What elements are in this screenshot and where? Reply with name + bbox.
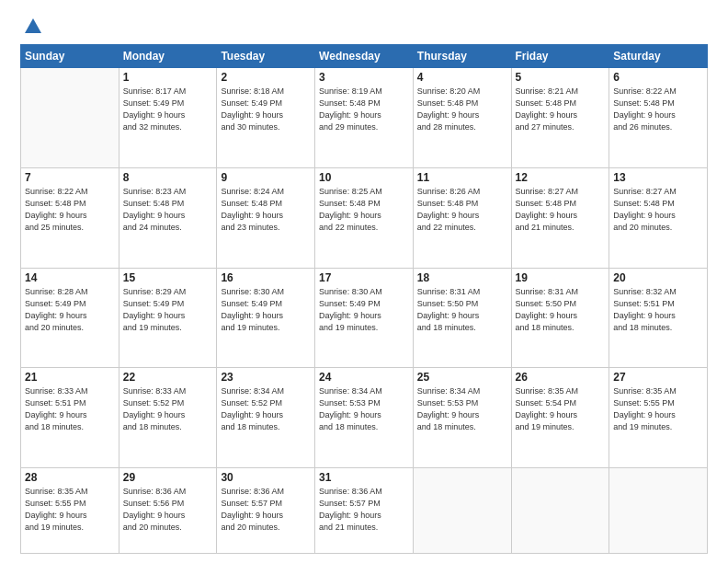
table-row: 12Sunrise: 8:27 AMSunset: 5:48 PMDayligh… [511, 167, 609, 268]
day-number: 2 [221, 71, 311, 84]
day-info: Sunrise: 8:26 AMSunset: 5:48 PMDaylight:… [417, 186, 507, 234]
table-row: 25Sunrise: 8:34 AMSunset: 5:53 PMDayligh… [413, 368, 511, 468]
header [20, 17, 708, 37]
day-info: Sunrise: 8:35 AMSunset: 5:55 PMDaylight:… [613, 385, 703, 433]
day-info: Sunrise: 8:22 AMSunset: 5:48 PMDaylight:… [613, 86, 703, 133]
col-sunday: Sunday [21, 45, 119, 68]
table-row: 13Sunrise: 8:27 AMSunset: 5:48 PMDayligh… [609, 167, 708, 268]
col-wednesday: Wednesday [315, 45, 414, 68]
day-info: Sunrise: 8:32 AMSunset: 5:51 PMDaylight:… [613, 286, 703, 334]
day-number: 31 [319, 471, 409, 484]
table-row: 17Sunrise: 8:30 AMSunset: 5:49 PMDayligh… [315, 268, 414, 368]
day-info: Sunrise: 8:31 AMSunset: 5:50 PMDaylight:… [516, 286, 606, 334]
table-row: 24Sunrise: 8:34 AMSunset: 5:53 PMDayligh… [315, 368, 414, 468]
calendar-header-row: Sunday Monday Tuesday Wednesday Thursday… [21, 45, 708, 68]
day-number: 8 [123, 171, 213, 184]
day-number: 5 [516, 71, 606, 84]
day-info: Sunrise: 8:34 AMSunset: 5:53 PMDaylight:… [417, 385, 507, 433]
table-row: 14Sunrise: 8:28 AMSunset: 5:49 PMDayligh… [21, 268, 119, 368]
day-number: 13 [613, 171, 703, 184]
col-monday: Monday [119, 45, 217, 68]
day-number: 27 [613, 371, 703, 384]
day-number: 19 [516, 271, 606, 284]
table-row: 6Sunrise: 8:22 AMSunset: 5:48 PMDaylight… [609, 68, 708, 168]
day-number: 29 [123, 471, 213, 484]
table-row: 1Sunrise: 8:17 AMSunset: 5:49 PMDaylight… [119, 68, 217, 168]
day-info: Sunrise: 8:21 AMSunset: 5:48 PMDaylight:… [516, 86, 606, 133]
day-number: 28 [25, 471, 115, 484]
table-row: 16Sunrise: 8:30 AMSunset: 5:49 PMDayligh… [217, 268, 315, 368]
day-info: Sunrise: 8:27 AMSunset: 5:48 PMDaylight:… [516, 186, 606, 234]
day-info: Sunrise: 8:35 AMSunset: 5:55 PMDaylight:… [25, 486, 115, 534]
table-row: 8Sunrise: 8:23 AMSunset: 5:48 PMDaylight… [119, 167, 217, 268]
table-row: 10Sunrise: 8:25 AMSunset: 5:48 PMDayligh… [315, 167, 414, 268]
day-info: Sunrise: 8:34 AMSunset: 5:52 PMDaylight:… [221, 385, 311, 433]
day-number: 26 [516, 371, 606, 384]
svg-marker-0 [25, 18, 41, 33]
col-saturday: Saturday [609, 45, 708, 68]
day-info: Sunrise: 8:34 AMSunset: 5:53 PMDaylight:… [319, 385, 409, 433]
day-info: Sunrise: 8:19 AMSunset: 5:48 PMDaylight:… [319, 86, 409, 133]
table-row: 5Sunrise: 8:21 AMSunset: 5:48 PMDaylight… [511, 68, 609, 168]
day-info: Sunrise: 8:17 AMSunset: 5:49 PMDaylight:… [123, 86, 213, 133]
table-row: 11Sunrise: 8:26 AMSunset: 5:48 PMDayligh… [413, 167, 511, 268]
day-number: 4 [417, 71, 507, 84]
day-info: Sunrise: 8:36 AMSunset: 5:56 PMDaylight:… [123, 486, 213, 534]
page: Sunday Monday Tuesday Wednesday Thursday… [0, 0, 728, 563]
day-info: Sunrise: 8:22 AMSunset: 5:48 PMDaylight:… [25, 186, 115, 234]
table-row: 23Sunrise: 8:34 AMSunset: 5:52 PMDayligh… [217, 368, 315, 468]
table-row: 9Sunrise: 8:24 AMSunset: 5:48 PMDaylight… [217, 167, 315, 268]
day-info: Sunrise: 8:20 AMSunset: 5:48 PMDaylight:… [417, 86, 507, 133]
table-row: 29Sunrise: 8:36 AMSunset: 5:56 PMDayligh… [119, 468, 217, 554]
day-number: 10 [319, 171, 409, 184]
day-number: 6 [613, 71, 703, 84]
table-row [609, 468, 708, 554]
day-number: 21 [25, 371, 115, 384]
day-info: Sunrise: 8:33 AMSunset: 5:51 PMDaylight:… [25, 385, 115, 433]
day-info: Sunrise: 8:29 AMSunset: 5:49 PMDaylight:… [123, 286, 213, 334]
table-row: 21Sunrise: 8:33 AMSunset: 5:51 PMDayligh… [21, 368, 119, 468]
day-info: Sunrise: 8:28 AMSunset: 5:49 PMDaylight:… [25, 286, 115, 334]
table-row: 15Sunrise: 8:29 AMSunset: 5:49 PMDayligh… [119, 268, 217, 368]
table-row: 18Sunrise: 8:31 AMSunset: 5:50 PMDayligh… [413, 268, 511, 368]
day-number: 9 [221, 171, 311, 184]
day-number: 7 [25, 171, 115, 184]
table-row: 22Sunrise: 8:33 AMSunset: 5:52 PMDayligh… [119, 368, 217, 468]
day-number: 25 [417, 371, 507, 384]
col-tuesday: Tuesday [217, 45, 315, 68]
col-friday: Friday [511, 45, 609, 68]
day-info: Sunrise: 8:31 AMSunset: 5:50 PMDaylight:… [417, 286, 507, 334]
table-row: 27Sunrise: 8:35 AMSunset: 5:55 PMDayligh… [609, 368, 708, 468]
day-info: Sunrise: 8:23 AMSunset: 5:48 PMDaylight:… [123, 186, 213, 234]
table-row [511, 468, 609, 554]
day-number: 24 [319, 371, 409, 384]
table-row: 19Sunrise: 8:31 AMSunset: 5:50 PMDayligh… [511, 268, 609, 368]
logo-icon [23, 17, 43, 37]
table-row [413, 468, 511, 554]
day-number: 22 [123, 371, 213, 384]
day-info: Sunrise: 8:33 AMSunset: 5:52 PMDaylight:… [123, 385, 213, 433]
calendar: Sunday Monday Tuesday Wednesday Thursday… [20, 44, 708, 554]
day-number: 1 [123, 71, 213, 84]
table-row: 20Sunrise: 8:32 AMSunset: 5:51 PMDayligh… [609, 268, 708, 368]
day-number: 20 [613, 271, 703, 284]
day-info: Sunrise: 8:35 AMSunset: 5:54 PMDaylight:… [516, 385, 606, 433]
day-info: Sunrise: 8:30 AMSunset: 5:49 PMDaylight:… [319, 286, 409, 334]
table-row: 28Sunrise: 8:35 AMSunset: 5:55 PMDayligh… [21, 468, 119, 554]
day-info: Sunrise: 8:36 AMSunset: 5:57 PMDaylight:… [221, 486, 311, 534]
day-number: 30 [221, 471, 311, 484]
col-thursday: Thursday [413, 45, 511, 68]
day-number: 3 [319, 71, 409, 84]
table-row: 2Sunrise: 8:18 AMSunset: 5:49 PMDaylight… [217, 68, 315, 168]
day-number: 12 [516, 171, 606, 184]
table-row: 30Sunrise: 8:36 AMSunset: 5:57 PMDayligh… [217, 468, 315, 554]
day-number: 16 [221, 271, 311, 284]
table-row: 31Sunrise: 8:36 AMSunset: 5:57 PMDayligh… [315, 468, 414, 554]
table-row: 26Sunrise: 8:35 AMSunset: 5:54 PMDayligh… [511, 368, 609, 468]
day-info: Sunrise: 8:36 AMSunset: 5:57 PMDaylight:… [319, 486, 409, 534]
day-number: 17 [319, 271, 409, 284]
day-number: 14 [25, 271, 115, 284]
day-number: 18 [417, 271, 507, 284]
table-row: 3Sunrise: 8:19 AMSunset: 5:48 PMDaylight… [315, 68, 414, 168]
day-info: Sunrise: 8:25 AMSunset: 5:48 PMDaylight:… [319, 186, 409, 234]
